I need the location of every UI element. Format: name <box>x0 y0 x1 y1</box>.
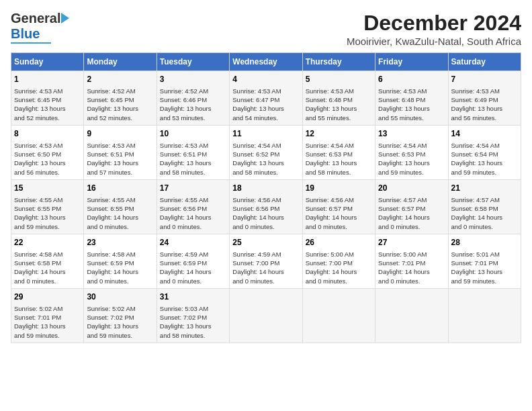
day-number: 19 <box>306 183 372 194</box>
day-number: 2 <box>87 74 153 85</box>
day-number: 8 <box>14 128 81 140</box>
day-number: 10 <box>160 128 226 140</box>
header-saturday: Saturday <box>448 53 521 71</box>
day-info: Sunrise: 5:02 AM Sunset: 7:01 PM Dayligh… <box>14 304 81 340</box>
calendar-cell: 22Sunrise: 4:58 AM Sunset: 6:58 PM Dayli… <box>11 234 84 288</box>
day-info: Sunrise: 4:56 AM Sunset: 6:57 PM Dayligh… <box>306 195 372 231</box>
calendar-cell: 18Sunrise: 4:56 AM Sunset: 6:56 PM Dayli… <box>230 179 302 234</box>
day-number: 3 <box>160 74 226 85</box>
week-row-2: 8Sunrise: 4:53 AM Sunset: 6:50 PM Daylig… <box>11 125 521 179</box>
week-row-1: 1Sunrise: 4:53 AM Sunset: 6:45 PM Daylig… <box>11 71 521 126</box>
day-info: Sunrise: 4:52 AM Sunset: 6:45 PM Dayligh… <box>87 87 153 122</box>
calendar-cell: 13Sunrise: 4:54 AM Sunset: 6:53 PM Dayli… <box>375 125 448 179</box>
day-number: 26 <box>306 237 372 248</box>
calendar-cell: 4Sunrise: 4:53 AM Sunset: 6:47 PM Daylig… <box>230 71 302 126</box>
calendar-cell: 30Sunrise: 5:02 AM Sunset: 7:02 PM Dayli… <box>84 288 157 342</box>
calendar-cell: 17Sunrise: 4:55 AM Sunset: 6:56 PM Dayli… <box>157 179 229 234</box>
day-info: Sunrise: 5:03 AM Sunset: 7:02 PM Dayligh… <box>160 304 226 340</box>
calendar-cell <box>302 288 375 342</box>
calendar-cell: 12Sunrise: 4:54 AM Sunset: 6:53 PM Dayli… <box>302 125 375 179</box>
day-info: Sunrise: 4:53 AM Sunset: 6:51 PM Dayligh… <box>160 141 226 177</box>
day-number: 9 <box>87 128 153 140</box>
day-info: Sunrise: 5:00 AM Sunset: 7:01 PM Dayligh… <box>378 250 445 285</box>
page-header: General Blue December 2024 Mooirivier, K… <box>11 11 521 47</box>
calendar-cell: 27Sunrise: 5:00 AM Sunset: 7:01 PM Dayli… <box>375 234 448 288</box>
day-number: 24 <box>160 237 226 248</box>
calendar-cell: 16Sunrise: 4:55 AM Sunset: 6:55 PM Dayli… <box>84 179 157 234</box>
day-info: Sunrise: 5:00 AM Sunset: 7:00 PM Dayligh… <box>306 250 372 285</box>
calendar-cell: 9Sunrise: 4:53 AM Sunset: 6:51 PM Daylig… <box>84 125 157 179</box>
day-number: 27 <box>378 237 445 248</box>
day-info: Sunrise: 4:55 AM Sunset: 6:56 PM Dayligh… <box>160 195 226 231</box>
main-title: December 2024 <box>347 11 521 36</box>
day-info: Sunrise: 4:53 AM Sunset: 6:48 PM Dayligh… <box>378 87 445 122</box>
day-number: 18 <box>232 183 299 194</box>
calendar-cell: 14Sunrise: 4:54 AM Sunset: 6:54 PM Dayli… <box>448 125 521 179</box>
header-tuesday: Tuesday <box>157 53 229 71</box>
day-info: Sunrise: 4:53 AM Sunset: 6:49 PM Dayligh… <box>451 87 518 122</box>
day-number: 25 <box>232 237 299 248</box>
calendar-cell: 5Sunrise: 4:53 AM Sunset: 6:48 PM Daylig… <box>302 71 375 126</box>
week-row-4: 22Sunrise: 4:58 AM Sunset: 6:58 PM Dayli… <box>11 234 521 288</box>
calendar-cell: 10Sunrise: 4:53 AM Sunset: 6:51 PM Dayli… <box>157 125 229 179</box>
day-info: Sunrise: 5:02 AM Sunset: 7:02 PM Dayligh… <box>87 304 153 340</box>
day-info: Sunrise: 4:53 AM Sunset: 6:50 PM Dayligh… <box>14 141 81 177</box>
day-number: 31 <box>160 291 226 303</box>
day-number: 22 <box>14 237 81 248</box>
day-number: 17 <box>160 183 226 194</box>
day-number: 12 <box>306 128 372 140</box>
day-info: Sunrise: 4:52 AM Sunset: 6:46 PM Dayligh… <box>160 87 226 122</box>
day-number: 11 <box>232 128 299 140</box>
calendar-cell: 11Sunrise: 4:54 AM Sunset: 6:52 PM Dayli… <box>230 125 302 179</box>
day-info: Sunrise: 4:59 AM Sunset: 6:59 PM Dayligh… <box>160 250 226 285</box>
logo-general-text: General <box>11 11 60 26</box>
day-info: Sunrise: 4:54 AM Sunset: 6:52 PM Dayligh… <box>232 141 299 177</box>
calendar-cell: 24Sunrise: 4:59 AM Sunset: 6:59 PM Dayli… <box>157 234 229 288</box>
day-number: 16 <box>87 183 153 194</box>
day-number: 30 <box>87 291 153 303</box>
calendar-cell: 6Sunrise: 4:53 AM Sunset: 6:48 PM Daylig… <box>375 71 448 126</box>
day-info: Sunrise: 4:55 AM Sunset: 6:55 PM Dayligh… <box>14 195 81 231</box>
day-number: 29 <box>14 291 81 303</box>
calendar-cell: 15Sunrise: 4:55 AM Sunset: 6:55 PM Dayli… <box>11 179 84 234</box>
calendar-cell: 23Sunrise: 4:58 AM Sunset: 6:59 PM Dayli… <box>84 234 157 288</box>
calendar-cell: 21Sunrise: 4:57 AM Sunset: 6:58 PM Dayli… <box>448 179 521 234</box>
calendar-cell: 29Sunrise: 5:02 AM Sunset: 7:01 PM Dayli… <box>11 288 84 342</box>
day-info: Sunrise: 4:54 AM Sunset: 6:54 PM Dayligh… <box>451 141 518 177</box>
header-monday: Monday <box>84 53 157 71</box>
header-thursday: Thursday <box>302 53 375 71</box>
calendar-cell <box>375 288 448 342</box>
calendar-cell: 7Sunrise: 4:53 AM Sunset: 6:49 PM Daylig… <box>448 71 521 126</box>
calendar-cell: 3Sunrise: 4:52 AM Sunset: 6:46 PM Daylig… <box>157 71 229 126</box>
calendar-cell: 20Sunrise: 4:57 AM Sunset: 6:57 PM Dayli… <box>375 179 448 234</box>
day-number: 1 <box>14 74 81 85</box>
header-sunday: Sunday <box>11 53 84 71</box>
day-info: Sunrise: 4:57 AM Sunset: 6:58 PM Dayligh… <box>451 195 518 231</box>
logo: General Blue <box>11 11 69 44</box>
day-info: Sunrise: 4:55 AM Sunset: 6:55 PM Dayligh… <box>87 195 153 231</box>
day-number: 7 <box>451 74 518 85</box>
day-number: 13 <box>378 128 445 140</box>
title-block: December 2024 Mooirivier, KwaZulu-Natal,… <box>347 11 521 47</box>
calendar-cell: 31Sunrise: 5:03 AM Sunset: 7:02 PM Dayli… <box>157 288 229 342</box>
day-number: 15 <box>14 183 81 194</box>
day-number: 14 <box>451 128 518 140</box>
day-number: 20 <box>378 183 445 194</box>
calendar-cell: 8Sunrise: 4:53 AM Sunset: 6:50 PM Daylig… <box>11 125 84 179</box>
day-info: Sunrise: 4:54 AM Sunset: 6:53 PM Dayligh… <box>306 141 372 177</box>
day-info: Sunrise: 4:53 AM Sunset: 6:47 PM Dayligh… <box>232 87 299 122</box>
header-wednesday: Wednesday <box>230 53 302 71</box>
calendar-cell <box>448 288 521 342</box>
calendar-cell: 1Sunrise: 4:53 AM Sunset: 6:45 PM Daylig… <box>11 71 84 126</box>
calendar-header-row: SundayMondayTuesdayWednesdayThursdayFrid… <box>11 53 521 71</box>
week-row-5: 29Sunrise: 5:02 AM Sunset: 7:01 PM Dayli… <box>11 288 521 342</box>
day-info: Sunrise: 4:56 AM Sunset: 6:56 PM Dayligh… <box>232 195 299 231</box>
header-friday: Friday <box>375 53 448 71</box>
subtitle: Mooirivier, KwaZulu-Natal, South Africa <box>347 36 521 47</box>
day-number: 4 <box>232 74 299 85</box>
calendar-cell: 25Sunrise: 4:59 AM Sunset: 7:00 PM Dayli… <box>230 234 302 288</box>
day-info: Sunrise: 5:01 AM Sunset: 7:01 PM Dayligh… <box>451 250 518 285</box>
day-number: 21 <box>451 183 518 194</box>
logo-underline <box>11 42 51 44</box>
day-info: Sunrise: 4:53 AM Sunset: 6:48 PM Dayligh… <box>306 87 372 122</box>
